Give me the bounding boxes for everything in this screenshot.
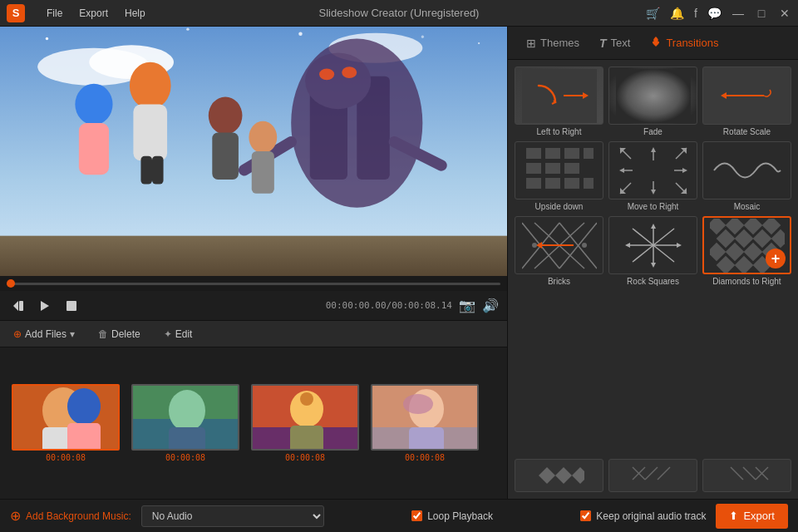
filmstrip-thumbnail-2[interactable] xyxy=(131,384,239,451)
svg-point-28 xyxy=(421,35,424,37)
transition-diamonds-right[interactable]: + Diamonds to Right xyxy=(702,216,791,286)
filmstrip-item-3[interactable]: 00:00:08 xyxy=(251,384,359,462)
svg-rect-18 xyxy=(79,123,109,175)
tab-transitions[interactable]: Transitions xyxy=(642,32,727,54)
filmstrip-item-2[interactable]: 00:00:08 xyxy=(131,384,239,462)
svg-point-13 xyxy=(130,62,171,109)
screenshot-icon[interactable]: 📷 xyxy=(459,298,475,313)
filmstrip-item-1[interactable]: 00:00:08 xyxy=(12,384,120,462)
transition-move-right[interactable]: Move to Right xyxy=(608,141,697,211)
bell-icon[interactable]: 🔔 xyxy=(670,7,684,20)
cart-icon[interactable]: 🛒 xyxy=(646,7,660,20)
filmstrip-item-4[interactable]: 00:00:08 xyxy=(371,384,479,462)
trash-icon: 🗑 xyxy=(98,328,108,340)
transition-mosaic[interactable]: Mosaic xyxy=(702,141,791,211)
keep-audio-checkbox[interactable] xyxy=(580,510,591,521)
scrubber[interactable] xyxy=(7,283,500,285)
menu-bar: File Export Help xyxy=(38,4,154,22)
svg-point-97 xyxy=(532,243,537,248)
volume-icon[interactable]: 🔊 xyxy=(482,298,499,313)
svg-rect-30 xyxy=(19,301,23,311)
transition-left-to-right[interactable]: Left to Right xyxy=(515,66,603,136)
transition-preview-move-right[interactable] xyxy=(608,141,697,200)
transition-rock-squares[interactable]: Rock Squares xyxy=(608,216,697,286)
loop-playback-checkbox[interactable] xyxy=(411,510,422,521)
transition-rotate-scale[interactable]: Rotate Scale xyxy=(702,66,791,136)
maximize-button[interactable]: □ xyxy=(755,7,768,20)
tab-bar: ⊞ Themes T Text Transitions xyxy=(508,27,798,60)
add-icon: ⊕ xyxy=(13,328,22,340)
svg-rect-66 xyxy=(526,178,541,189)
svg-point-45 xyxy=(300,392,313,406)
transition-label-fade: Fade xyxy=(643,127,663,136)
chat-icon[interactable]: 💬 xyxy=(707,7,722,20)
transition-preview-rotate[interactable] xyxy=(702,66,791,125)
facebook-icon[interactable]: f xyxy=(694,7,697,20)
app-logo: S xyxy=(7,4,25,22)
svg-rect-68 xyxy=(564,178,579,189)
menu-file[interactable]: File xyxy=(38,4,71,22)
scrubber-thumb[interactable] xyxy=(7,279,15,288)
titlebar-controls: 🛒 🔔 f 💬 — □ ✕ xyxy=(646,7,791,20)
more-transition-3[interactable] xyxy=(702,459,791,492)
transition-preview-diamonds[interactable]: + xyxy=(702,216,791,274)
transition-preview-rock[interactable] xyxy=(608,216,697,274)
rewind-button[interactable] xyxy=(8,296,28,316)
filmstrip-thumbnail-1[interactable] xyxy=(12,384,120,451)
svg-point-23 xyxy=(46,37,48,40)
transition-preview-bricks[interactable] xyxy=(515,216,603,274)
more-transition-1[interactable] xyxy=(515,459,603,492)
filmstrip-time-4: 00:00:08 xyxy=(405,453,445,462)
filmstrip-thumbnail-3[interactable] xyxy=(251,384,359,451)
menu-help[interactable]: Help xyxy=(116,4,154,22)
audio-select[interactable]: No Audio xyxy=(141,505,324,527)
transition-preview-ltr[interactable] xyxy=(515,66,603,125)
transition-label-move-right: Move to Right xyxy=(628,202,679,211)
svg-rect-14 xyxy=(133,105,167,161)
svg-point-50 xyxy=(403,394,433,414)
add-transition-button[interactable]: + xyxy=(766,249,786,268)
preview-image xyxy=(0,27,507,276)
transitions-flame-icon xyxy=(650,36,662,50)
transition-label-rotate: Rotate Scale xyxy=(723,127,771,136)
tab-themes[interactable]: ⊞ Themes xyxy=(518,32,588,54)
titlebar: S File Export Help Slideshow Creator (Un… xyxy=(0,0,798,27)
svg-point-98 xyxy=(582,243,587,248)
add-files-button[interactable]: ⊕ Add Files ▾ xyxy=(8,326,80,342)
more-transition-2[interactable] xyxy=(608,459,697,492)
transition-upside-down[interactable]: Upside down xyxy=(515,141,603,211)
svg-rect-62 xyxy=(584,148,594,159)
export-label: Export xyxy=(743,510,775,522)
play-button[interactable] xyxy=(35,296,55,316)
svg-rect-55 xyxy=(616,69,691,123)
transition-preview-fade[interactable] xyxy=(608,66,697,125)
themes-grid-icon: ⊞ xyxy=(526,37,536,50)
svg-point-17 xyxy=(75,84,112,126)
edit-button[interactable]: ✦ Edit xyxy=(159,326,198,342)
menu-export[interactable]: Export xyxy=(71,4,116,22)
minimize-button[interactable]: — xyxy=(732,7,745,20)
add-icon-footer: ⊕ xyxy=(10,508,21,524)
svg-rect-59 xyxy=(526,148,541,159)
tab-text[interactable]: T Text xyxy=(591,32,638,54)
export-button[interactable]: ⬆ Export xyxy=(716,504,788,529)
transition-fade[interactable]: Fade xyxy=(608,66,697,136)
close-button[interactable]: ✕ xyxy=(778,7,791,20)
stop-button[interactable] xyxy=(62,296,81,316)
loop-playback-label: Loop Playback xyxy=(427,510,493,522)
transition-preview-upside[interactable] xyxy=(515,141,603,200)
timeline-bar[interactable] xyxy=(0,276,507,291)
add-files-dropdown-icon[interactable]: ▾ xyxy=(70,328,75,340)
delete-button[interactable]: 🗑 Delete xyxy=(93,326,145,342)
svg-marker-31 xyxy=(41,301,49,311)
filmstrip-thumbnail-4[interactable] xyxy=(371,384,479,451)
left-panel: 00:00:00.00/00:00:08.14 📷 🔊 ⊕ Add Files … xyxy=(0,27,507,499)
toolbar: ⊕ Add Files ▾ 🗑 Delete ✦ Edit xyxy=(0,321,507,347)
add-files-label: Add Files xyxy=(25,328,66,340)
transition-label-diamonds: Diamonds to Right xyxy=(712,277,781,286)
svg-rect-67 xyxy=(545,178,560,189)
filmstrip-time-2: 00:00:08 xyxy=(165,453,205,462)
transition-bricks[interactable]: Bricks xyxy=(515,216,603,286)
transition-preview-mosaic[interactable] xyxy=(702,141,791,200)
svg-rect-20 xyxy=(212,132,239,179)
